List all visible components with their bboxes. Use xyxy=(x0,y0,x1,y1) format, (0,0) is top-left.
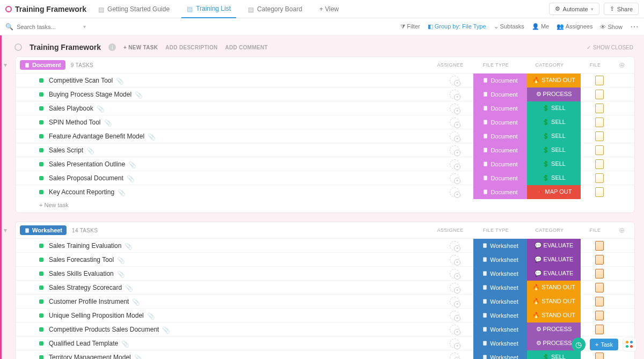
attachment-icon[interactable]: 📎 xyxy=(86,147,93,153)
view-tab[interactable]: ▤Training List xyxy=(181,0,236,18)
filetype-cell[interactable]: Worksheet xyxy=(473,281,527,295)
filetype-cell[interactable]: Document xyxy=(473,143,527,157)
add-assignee-icon[interactable] xyxy=(450,76,459,85)
status-square-icon[interactable] xyxy=(39,190,43,194)
filetype-cell[interactable]: Worksheet xyxy=(473,253,527,267)
attachment-icon[interactable]: 📎 xyxy=(128,161,135,167)
status-square-icon[interactable] xyxy=(39,106,43,111)
attachment-icon[interactable]: 📎 xyxy=(121,340,128,347)
task-row[interactable]: Sales Training Evaluation📎Worksheet💬 EVA… xyxy=(16,238,634,252)
task-row[interactable]: Territory Management Model📎Worksheet💲 SE… xyxy=(16,350,634,359)
assignee-cell[interactable] xyxy=(436,297,473,306)
assignee-cell[interactable] xyxy=(436,159,473,169)
assignee-cell[interactable] xyxy=(436,145,473,155)
task-name[interactable]: Sales Script xyxy=(49,146,83,154)
task-row[interactable]: Sales Playbook📎Document💲 SELL xyxy=(16,101,634,115)
task-name[interactable]: Customer Profile Instrument xyxy=(49,298,129,305)
task-name[interactable]: Unique Selling Proposition Model xyxy=(49,312,144,319)
task-name[interactable]: Sales Training Evaluation xyxy=(49,242,121,250)
status-square-icon[interactable] xyxy=(39,92,43,97)
task-name[interactable]: Competitive Products Sales Document xyxy=(49,326,159,333)
col-category[interactable]: CATEGORY xyxy=(523,228,576,233)
task-row[interactable]: Sales Proposal Document📎Document💲 SELL xyxy=(16,171,634,185)
task-name[interactable]: Sales Skills Evaluation xyxy=(49,270,114,277)
add-assignee-icon[interactable] xyxy=(450,173,459,183)
status-square-icon[interactable] xyxy=(39,313,43,318)
category-cell[interactable]: 💲 SELL xyxy=(527,171,581,185)
task-name[interactable]: Key Account Reporting xyxy=(49,188,114,196)
category-cell[interactable]: 💬 EVALUATE xyxy=(527,239,581,253)
share-button[interactable]: ⇪ Share xyxy=(604,3,639,15)
apps-button[interactable] xyxy=(623,338,636,351)
col-file[interactable]: FILE xyxy=(576,228,614,233)
add-assignee-icon[interactable] xyxy=(450,255,459,265)
assignee-cell[interactable] xyxy=(436,269,473,279)
file-cell[interactable] xyxy=(581,283,618,292)
file-cell[interactable] xyxy=(581,90,618,99)
assignee-cell[interactable] xyxy=(436,104,473,113)
task-name[interactable]: Competitive Scan Tool xyxy=(49,77,113,84)
status-square-icon[interactable] xyxy=(39,355,43,360)
task-name[interactable]: Buying Process Stage Model xyxy=(49,91,131,98)
chevron-down-icon[interactable]: ▾ xyxy=(83,24,86,30)
status-square-icon[interactable] xyxy=(39,327,43,332)
list-title[interactable]: Training Framework xyxy=(30,43,101,52)
add-assignee-icon[interactable] xyxy=(450,159,459,169)
view-tab[interactable]: ▤Getting Started Guide xyxy=(93,0,175,18)
status-square-icon[interactable] xyxy=(39,244,43,248)
filetype-cell[interactable]: Document xyxy=(473,129,527,143)
me-button[interactable]: 👤 Me xyxy=(532,23,549,30)
assignee-cell[interactable] xyxy=(436,241,473,251)
file-cell[interactable] xyxy=(581,159,618,169)
task-name[interactable]: Territory Management Model xyxy=(49,354,131,360)
col-filetype[interactable]: FILE TYPE xyxy=(469,62,523,68)
category-cell[interactable]: 🔥 STAND OUT xyxy=(527,74,581,87)
attachment-icon[interactable]: 📎 xyxy=(125,243,131,249)
task-row[interactable]: Feature Advantage Benefit Model📎Document… xyxy=(16,129,634,143)
status-square-icon[interactable] xyxy=(39,120,43,124)
status-circle-icon[interactable] xyxy=(14,43,22,51)
attachment-icon[interactable]: 📎 xyxy=(104,119,111,126)
attachment-icon[interactable]: 📎 xyxy=(116,77,122,84)
task-row[interactable]: Unique Selling Proposition Model📎Workshe… xyxy=(16,308,634,322)
file-cell[interactable] xyxy=(581,353,618,360)
filetype-cell[interactable]: Worksheet xyxy=(473,295,527,309)
file-cell[interactable] xyxy=(581,311,618,320)
filetype-cell[interactable]: Worksheet xyxy=(473,323,527,336)
info-icon[interactable]: i xyxy=(108,43,116,51)
task-row[interactable]: Customer Profile Instrument📎Worksheet🔥 S… xyxy=(16,294,634,308)
file-cell[interactable] xyxy=(581,187,618,197)
add-assignee-icon[interactable] xyxy=(450,325,459,334)
status-square-icon[interactable] xyxy=(39,148,43,152)
task-row[interactable]: Key Account Reporting📎Document🔺 MAP OUT xyxy=(16,185,634,199)
task-row[interactable]: Sales Skills Evaluation📎Worksheet💬 EVALU… xyxy=(16,266,634,280)
attachment-icon[interactable]: 📎 xyxy=(117,257,123,263)
add-assignee-icon[interactable] xyxy=(450,241,459,251)
show-button[interactable]: 👁 Show xyxy=(600,24,623,30)
category-cell[interactable]: 💲 SELL xyxy=(527,101,581,115)
filetype-cell[interactable]: Worksheet xyxy=(473,336,527,350)
category-cell[interactable]: 💬 EVALUATE xyxy=(527,253,581,267)
assignee-cell[interactable] xyxy=(436,118,473,127)
add-assignee-icon[interactable] xyxy=(450,90,459,99)
assignee-cell[interactable] xyxy=(436,283,473,292)
group-badge[interactable]: Worksheet xyxy=(20,225,67,235)
category-cell[interactable]: 🔥 STAND OUT xyxy=(527,281,581,295)
attachment-icon[interactable]: 📎 xyxy=(162,326,169,333)
task-name[interactable]: Sales Proposal Document xyxy=(49,174,123,182)
filetype-cell[interactable]: Worksheet xyxy=(473,267,527,281)
filetype-cell[interactable]: Document xyxy=(473,157,527,171)
add-comment-link[interactable]: ADD COMMENT xyxy=(225,45,268,50)
file-cell[interactable] xyxy=(581,118,618,127)
task-row[interactable]: Competitive Scan Tool📎Document🔥 STAND OU… xyxy=(16,73,634,87)
task-row[interactable]: Sales Presentation Outline📎Document💲 SEL… xyxy=(16,157,634,171)
assignee-cell[interactable] xyxy=(436,325,473,334)
category-cell[interactable]: 💬 EVALUATE xyxy=(527,267,581,281)
task-name[interactable]: Qualified Lead Template xyxy=(49,340,118,347)
task-row[interactable]: Qualified Lead Template📎Worksheet⚙ PROCE… xyxy=(16,336,634,350)
add-assignee-icon[interactable] xyxy=(450,311,459,320)
filetype-cell[interactable]: Worksheet xyxy=(473,309,527,323)
file-cell[interactable] xyxy=(581,131,618,141)
assignee-cell[interactable] xyxy=(436,173,473,183)
assignee-cell[interactable] xyxy=(436,90,473,99)
